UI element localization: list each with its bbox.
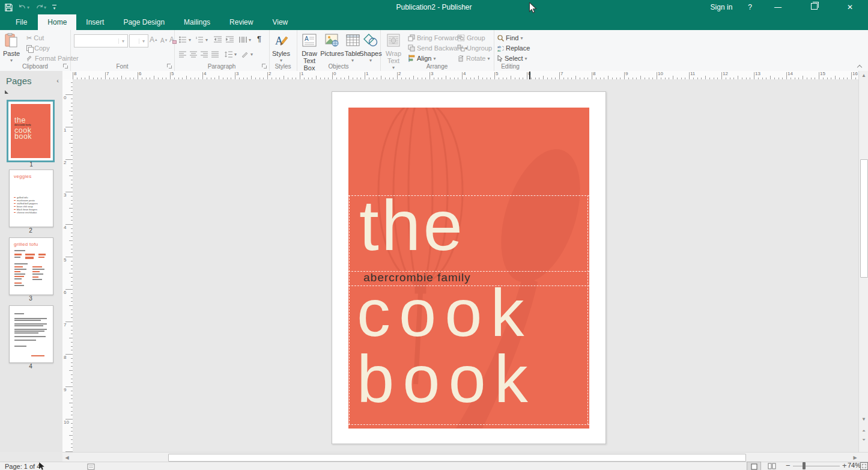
find-button[interactable]: Find▾ [497,33,523,43]
next-page-button[interactable]: ⏷ [859,436,868,444]
select-button[interactable]: Select▾ [497,53,527,63]
group-button[interactable]: Group [457,33,485,43]
cut-button[interactable]: ✂ Cut [26,33,44,43]
objects-group-label: Objects [297,63,380,70]
font-dialog-launcher[interactable] [167,64,172,69]
pictures-button[interactable]: Pictures [322,31,342,57]
tab-page-design[interactable]: Page Design [114,14,174,30]
page-3-heading: grilled tofu [10,238,53,247]
rotate-button[interactable]: Rotate▾ [457,53,490,63]
tab-view[interactable]: View [263,14,297,30]
bring-forward-icon [408,34,415,41]
select-icon [497,55,503,62]
collapse-ribbon-button[interactable] [857,64,862,69]
line-spacing-button[interactable]: ▾ [225,49,237,59]
clipboard-dialog-launcher[interactable] [63,64,68,69]
zoom-out-button[interactable]: − [786,461,791,470]
styles-button[interactable]: A Styles ▾ [272,31,290,64]
styles-group-label: Styles [269,63,297,70]
align-right-button[interactable] [201,49,208,59]
increase-indent-button[interactable] [226,35,234,44]
cover-title-line1[interactable]: the [359,192,465,259]
horizontal-scrollbar[interactable]: ◀ ▶ [62,452,868,462]
single-page-view-button[interactable] [747,462,761,470]
fit-page-button[interactable] [860,462,868,470]
numbering-button[interactable]: ▾ [196,35,208,44]
restore-button[interactable] [796,0,832,14]
previous-page-button[interactable]: ⏶ [859,427,868,435]
horizontal-ruler[interactable]: 87654321012345678910111213141516 [73,71,858,80]
scroll-up-button[interactable]: ▲ [859,71,868,80]
align-right-icon [201,51,208,58]
group-icon [457,34,465,41]
tab-insert[interactable]: Insert [76,14,114,30]
document-page[interactable]: the abercrombie family cook book [332,91,606,444]
chevron-down-icon: ▾ [139,38,148,44]
close-button[interactable]: ✕ [832,0,868,14]
table-button[interactable]: Table ▾ [344,31,362,64]
bullets-button[interactable]: ▾ [179,35,191,44]
horizontal-scroll-thumb[interactable] [168,454,746,462]
decrease-indent-button[interactable] [214,35,222,44]
paragraph-dialog-launcher[interactable] [262,64,267,69]
help-button[interactable]: ? [740,0,760,14]
align-button[interactable]: Align▾ [408,53,436,63]
vertical-scrollbar[interactable]: ▲ ▼ ⏶ ⏷ [858,71,868,452]
page-thumbnail-4[interactable] [9,305,53,363]
ribbon-group-arrange: Wrap Text ▾ Bring Forward▾ Send Backward… [380,30,494,71]
workspace[interactable]: the abercrombie family cook book [73,79,858,452]
justify-button[interactable] [211,49,219,59]
tab-review[interactable]: Review [220,14,263,30]
page-thumbnail-1-selected[interactable]: the abercrombie family cook book [7,100,55,162]
two-page-view-icon [768,463,776,469]
special-characters-button[interactable]: ¶ [257,34,261,43]
pages-panel-expander-icon[interactable] [5,90,8,94]
zoom-percentage[interactable]: 74% [848,462,861,469]
zoom-slider-thumb[interactable] [803,462,806,469]
shading-button[interactable]: ▾ [241,49,253,59]
font-size-combobox[interactable]: ▾ [129,34,148,47]
ungroup-button[interactable]: Ungroup [457,43,492,53]
tab-file[interactable]: File [5,14,38,30]
mouse-cursor [529,2,537,13]
svg-text:A: A [275,35,283,47]
shapes-button[interactable]: Shapes ▾ [362,31,380,64]
sign-in-link[interactable]: Sign in [703,0,741,14]
page-indicator[interactable]: Page: 1 of 4 [5,463,40,470]
collapse-pages-panel-button[interactable]: ‹ [56,77,59,84]
page-1-number: 1 [8,161,54,168]
ribbon-tab-bar: File Home Insert Page Design Mailings Re… [0,14,868,30]
paste-button[interactable]: Paste ▾ [3,31,20,64]
vertical-scroll-thumb[interactable] [860,159,868,278]
scroll-left-button[interactable]: ◀ [62,453,71,462]
justify-icon [211,51,219,58]
zoom-in-button[interactable]: + [842,461,847,470]
copy-button[interactable]: Copy [26,43,50,53]
font-name-combobox[interactable]: ▾ [74,34,128,47]
scroll-down-button[interactable]: ▼ [859,415,868,424]
bring-forward-button[interactable]: Bring Forward▾ [408,33,463,43]
cover-title-line3[interactable]: book [357,343,536,415]
minimize-button[interactable]: — [760,0,796,14]
align-left-button[interactable] [179,49,186,59]
zoom-slider-track[interactable] [793,466,840,466]
textbox-guide [587,195,588,424]
grow-font-button[interactable]: A▴ [150,35,157,44]
replace-button[interactable]: abac Replace [497,43,530,53]
clear-formatting-button[interactable]: A [169,35,174,44]
page-thumbnail-2[interactable]: veggies grilled tofumushroom pestostuffe… [9,169,53,227]
page-thumbnail-3[interactable]: grilled tofu [9,237,53,295]
page-4-number: 4 [8,363,53,370]
ribbon-group-clipboard: Paste ▾ ✂ Cut Copy Format Painter Clipbo… [0,30,71,71]
cover-background[interactable]: the abercrombie family cook book [348,108,589,429]
two-page-view-button[interactable] [765,462,778,470]
columns-button[interactable]: ▾ [239,35,251,44]
align-center-button[interactable] [190,49,197,59]
tab-mailings[interactable]: Mailings [174,14,220,30]
shrink-font-button[interactable]: A▾ [160,35,167,45]
scroll-right-button[interactable]: ▶ [851,453,860,462]
vertical-ruler[interactable]: 01234567891011 [62,79,73,452]
cover-title-line2[interactable]: cook [357,277,533,349]
chevron-down-icon: ▾ [118,38,127,44]
tab-home[interactable]: Home [38,14,76,30]
